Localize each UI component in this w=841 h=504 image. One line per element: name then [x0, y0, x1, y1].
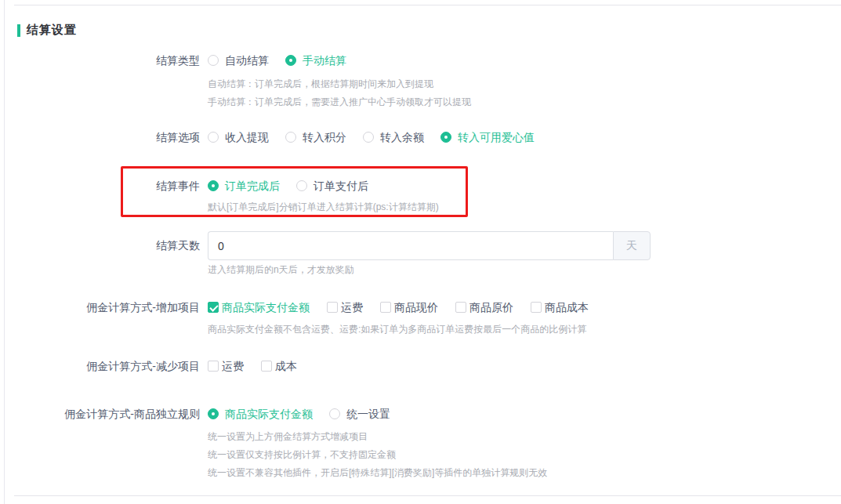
settle-days-help: 进入结算期后的n天后，才发放奖励 — [208, 261, 354, 279]
checkbox-icon — [531, 302, 542, 313]
radio-icon — [285, 132, 296, 143]
radio-manual-settlement[interactable]: 手动结算 — [285, 53, 346, 68]
settle-days-input-group: 天 — [208, 231, 651, 260]
radio-unified-setting[interactable]: 统一设置 — [329, 406, 390, 422]
checkbox-icon — [208, 361, 219, 372]
field-label-settle-type: 结算类型 — [0, 53, 200, 68]
radio-selected-icon — [208, 180, 219, 191]
checkbox-label: 成本 — [275, 358, 297, 374]
checkbox-icon — [455, 302, 466, 313]
settle-days-input[interactable] — [208, 231, 613, 260]
checkbox-current-price[interactable]: 商品现价 — [380, 299, 438, 315]
radio-icon — [296, 180, 307, 191]
radio-label: 转入可用爱心值 — [458, 129, 535, 145]
radio-label: 订单支付后 — [314, 178, 368, 194]
radio-label: 转入积分 — [303, 129, 346, 145]
radio-selected-icon — [440, 132, 451, 143]
form-row-settle-option: 结算选项 收入提现 转入积分 转入余额 转入可用爱心值 — [0, 129, 841, 145]
field-label-commission-minus: 佣金计算方式-减少项目 — [0, 358, 200, 374]
radio-product-independent-actual[interactable]: 商品实际支付金额 — [208, 406, 313, 422]
help-line: 进入结算期后的n天后，才发放奖励 — [208, 261, 354, 279]
field-label-settle-event: 结算事件 — [0, 178, 200, 194]
radio-income-withdraw[interactable]: 收入提现 — [208, 129, 269, 145]
help-line: 统一设置仅支持按比例计算，不支持固定金额 — [208, 446, 547, 464]
bottom-divider — [14, 495, 841, 496]
form-row-settle-event: 结算事件 订单完成后 订单支付后 — [0, 178, 841, 194]
commission-add-help: 商品实际支付金额不包含运费、运费:如果订单为多商品订单运费按最后一个商品的比例计… — [208, 321, 586, 339]
checkbox-label: 商品原价 — [469, 299, 513, 315]
settle-type-help: 自动结算：订单完成后，根据结算期时间来加入到提现 手动结算：订单完成后，需要进入… — [208, 75, 471, 111]
form-row-commission-minus: 佣金计算方式-减少项目 运费 成本 — [0, 358, 841, 374]
help-line: 手动结算：订单完成后，需要进入推广中心手动领取才可以提现 — [208, 93, 471, 111]
radio-selected-icon — [285, 55, 296, 66]
field-label-commission-rule: 佣金计算方式-商品独立规则 — [0, 406, 200, 422]
checkbox-shipping-fee[interactable]: 运费 — [327, 299, 363, 315]
radio-label: 自动结算 — [225, 53, 269, 68]
checkbox-label: 运费 — [222, 358, 244, 374]
radio-to-balance[interactable]: 转入余额 — [363, 129, 424, 145]
form-row-settle-type: 结算类型 自动结算 手动结算 — [0, 53, 841, 68]
page-title: 结算设置 — [27, 23, 77, 38]
checkbox-shipping-fee-minus[interactable]: 运费 — [208, 358, 244, 374]
settle-event-help: 默认[订单完成后]分销订单进入结算计算(ps:计算结算期) — [208, 198, 439, 216]
section-accent-bar — [17, 24, 20, 37]
radio-icon — [329, 408, 340, 419]
radio-to-love-value[interactable]: 转入可用爱心值 — [440, 129, 535, 145]
help-line: 默认[订单完成后]分销订单进入结算计算(ps:计算结算期) — [208, 198, 439, 216]
field-label-settle-days: 结算天数 — [0, 237, 200, 253]
section-header: 结算设置 — [17, 23, 77, 38]
radio-label: 商品实际支付金额 — [225, 406, 313, 422]
checkbox-label: 商品现价 — [394, 299, 438, 315]
checkbox-actual-payment[interactable]: 商品实际支付金额 — [208, 299, 310, 315]
radio-label: 订单完成后 — [225, 178, 280, 194]
checkbox-original-price[interactable]: 商品原价 — [455, 299, 513, 315]
checkbox-checked-icon — [208, 302, 219, 313]
radio-label: 转入余额 — [380, 129, 424, 145]
radio-order-completed[interactable]: 订单完成后 — [208, 178, 280, 194]
radio-auto-settlement[interactable]: 自动结算 — [208, 53, 269, 68]
checkbox-icon — [261, 361, 272, 372]
help-line: 商品实际支付金额不包含运费、运费:如果订单为多商品订单运费按最后一个商品的比例计… — [208, 321, 586, 339]
radio-label: 统一设置 — [346, 406, 390, 422]
checkbox-label: 运费 — [341, 299, 363, 315]
field-label-commission-add: 佣金计算方式-增加项目 — [0, 299, 200, 315]
checkbox-icon — [327, 302, 338, 313]
unit-addon: 天 — [613, 231, 651, 260]
field-label-settle-option: 结算选项 — [0, 129, 200, 145]
radio-label: 收入提现 — [225, 129, 269, 145]
top-divider — [14, 5, 841, 5]
form-row-commission-add: 佣金计算方式-增加项目 商品实际支付金额 运费 商品现价 商品原价 商品成本 — [0, 299, 841, 315]
help-line: 统一设置为上方佣金结算方式增减项目 — [208, 428, 547, 446]
settlement-settings-page: 结算设置 结算类型 自动结算 手动结算 自动结算：订单完成后，根据结算期时间来加… — [0, 0, 841, 504]
checkbox-label: 商品实际支付金额 — [222, 299, 310, 315]
checkbox-icon — [380, 302, 391, 313]
radio-label: 手动结算 — [303, 53, 346, 68]
form-row-commission-rule: 佣金计算方式-商品独立规则 商品实际支付金额 统一设置 — [0, 406, 841, 422]
radio-icon — [363, 132, 374, 143]
radio-to-points[interactable]: 转入积分 — [285, 129, 346, 145]
help-line: 统一设置不兼容其他插件，开启后[特殊结算][消费奖励]等插件的单独计算规则无效 — [208, 464, 547, 482]
checkbox-product-cost[interactable]: 商品成本 — [531, 299, 589, 315]
radio-order-paid[interactable]: 订单支付后 — [296, 178, 368, 194]
radio-icon — [208, 132, 219, 143]
checkbox-cost-minus[interactable]: 成本 — [261, 358, 297, 374]
radio-selected-icon — [208, 408, 219, 419]
checkbox-label: 商品成本 — [545, 299, 589, 315]
commission-rule-help: 统一设置为上方佣金结算方式增减项目 统一设置仅支持按比例计算，不支持固定金额 统… — [208, 428, 547, 482]
radio-icon — [208, 55, 219, 66]
help-line: 自动结算：订单完成后，根据结算期时间来加入到提现 — [208, 75, 471, 93]
